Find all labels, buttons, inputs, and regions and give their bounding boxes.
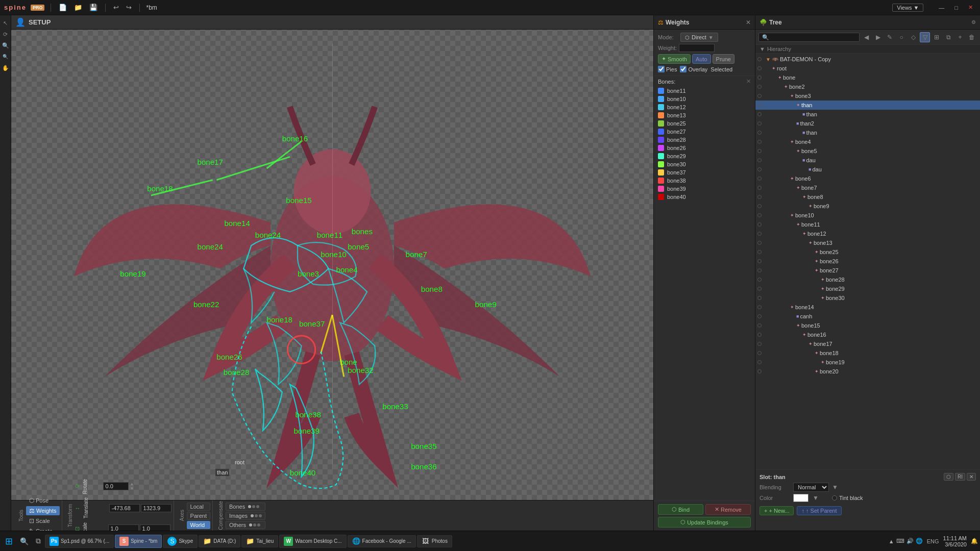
tree-item[interactable]: ■ than (755, 128, 980, 137)
scale-button[interactable]: ⊡ Scale (26, 516, 60, 525)
bone-list-item[interactable]: bone27 (654, 128, 755, 136)
images-button[interactable]: Images (226, 512, 265, 520)
bone-list-item[interactable]: bone12 (654, 103, 755, 111)
weights-button[interactable]: ⚖ Weights (26, 506, 60, 515)
tree-item[interactable]: ✦ bone2 (755, 82, 980, 91)
tree-item[interactable]: ■ dau (755, 165, 980, 174)
color-swatch[interactable] (793, 494, 808, 502)
tree-item[interactable]: ✦ bone13 (755, 238, 980, 247)
tree-item[interactable]: ■ than2 (755, 119, 980, 128)
set-parent-button[interactable]: ↑ ↑ Set Parent (797, 506, 841, 515)
taskbar-search-icon[interactable]: 🔍 (17, 536, 32, 546)
save-icon[interactable]: 💾 (88, 3, 99, 12)
bone-list-item[interactable]: bone25 (654, 119, 755, 128)
tree-item[interactable]: ✦ bone6 (755, 174, 980, 183)
tree-item[interactable]: ✦ bone26 (755, 257, 980, 266)
tree-item[interactable]: ✦ than (755, 101, 980, 110)
zoom-in-icon[interactable]: 🔍 (1, 41, 10, 50)
tree-item[interactable]: ✦ bone12 (755, 229, 980, 238)
tree-copy-icon[interactable]: ⧉ (943, 32, 953, 42)
world-button[interactable]: World (187, 521, 210, 529)
tree-item[interactable]: ■ dau (755, 156, 980, 165)
tree-item[interactable]: ✦ bone8 (755, 192, 980, 202)
taskbar-item-facebook[interactable]: 🌐 Facebook - Google ... (348, 535, 416, 547)
taskbar-item-skype[interactable]: S Skype (163, 535, 198, 548)
tree-item[interactable]: ✦ bone10 (755, 211, 980, 220)
tree-item[interactable]: ✦ bone14 (755, 303, 980, 312)
volume-icon[interactable]: 🔊 (906, 538, 914, 544)
scale-y-input[interactable] (140, 524, 170, 531)
task-view-icon[interactable]: ⧉ (33, 536, 44, 546)
taskbar-item-wacom[interactable]: W Wacom Desktop C... (279, 535, 346, 548)
weights-panel-close[interactable]: ✕ (746, 19, 751, 26)
bones-compensate-button[interactable]: Bones (226, 503, 265, 511)
tree-diamond-icon[interactable]: ◇ (908, 32, 918, 42)
others-button[interactable]: Others (226, 521, 265, 529)
views-button[interactable]: Views ▼ (892, 4, 923, 12)
bone-list-item[interactable]: bone11 (654, 87, 755, 95)
slot-action-2[interactable]: RI (955, 473, 965, 481)
tree-search-input[interactable] (758, 33, 860, 42)
tree-item[interactable]: ✦ bone (755, 73, 980, 82)
rotate-tool-icon[interactable]: ⟳ (1, 30, 10, 39)
blending-select[interactable]: Normal Additive Multiply Screen (793, 483, 829, 492)
auto-button[interactable]: Auto (692, 54, 711, 64)
tree-item[interactable]: ✦ bone9 (755, 202, 980, 211)
tree-item[interactable]: ✦ bone28 (755, 275, 980, 284)
remove-button[interactable]: ✕ Remove (705, 504, 751, 515)
tree-item[interactable]: ✦ bone16 (755, 330, 980, 339)
rotate-input[interactable] (103, 482, 129, 490)
maximize-button[interactable]: □ (951, 4, 961, 11)
tree-item[interactable]: ✦ bone3 (755, 91, 980, 101)
create-button[interactable]: ✎ Create (26, 527, 60, 531)
close-button[interactable]: ✕ (965, 4, 976, 11)
overlay-checkbox[interactable] (680, 66, 687, 72)
bone-list-item[interactable]: bone13 (654, 111, 755, 119)
tree-item[interactable]: ✦ bone25 (755, 247, 980, 257)
slot-action-1[interactable]: ⬡ (944, 473, 953, 481)
smooth-button[interactable]: ✦ Smooth (658, 54, 691, 64)
taskbar-item-tailieu[interactable]: 📁 Tai_lieu (241, 535, 278, 547)
tree-item[interactable]: ✦ bone15 (755, 321, 980, 330)
tree-item[interactable]: ✦ root (755, 64, 980, 73)
new-file-icon[interactable]: 📄 (57, 3, 68, 12)
tree-item[interactable]: ✦ bone18 (755, 348, 980, 358)
bone-list-item[interactable]: bone28 (654, 136, 755, 144)
scale-x-input[interactable] (108, 524, 139, 531)
tree-item[interactable]: ✦ bone17 (755, 339, 980, 348)
undo-icon[interactable]: ↩ (112, 3, 120, 12)
tree-item[interactable]: ✦ bone5 (755, 146, 980, 156)
notification-icon[interactable]: 🔔 (971, 538, 978, 544)
parent-button[interactable]: Parent (187, 512, 210, 520)
minimize-button[interactable]: — (936, 4, 947, 11)
taskbar-item-data[interactable]: 📁 DATA (D:) (199, 535, 240, 547)
tree-item[interactable]: ✦ bone11 (755, 220, 980, 229)
tree-grid-icon[interactable]: ⊞ (932, 32, 942, 42)
bone-list-item[interactable]: bone30 (654, 160, 755, 168)
tree-circle-icon[interactable]: ○ (896, 32, 906, 42)
network-icon[interactable]: 🌐 (916, 538, 923, 544)
pose-button[interactable]: ⬡ Pose (26, 496, 60, 505)
bone-list-item[interactable]: bone39 (654, 185, 755, 193)
taskbar-item-ps[interactable]: Ps Sp1.psd @ 66.7% (... (45, 535, 114, 548)
up-arrow-icon[interactable]: ▲ (889, 538, 894, 544)
tree-edit-icon[interactable]: ✎ (885, 32, 895, 42)
slot-action-close[interactable]: ✕ (967, 473, 976, 481)
viewport-canvas[interactable]: bone17 bone16 bone18 bone14 bone15 bone1… (11, 30, 653, 500)
bone-list-item[interactable]: bone38 (654, 177, 755, 185)
tree-item[interactable]: ■ canh (755, 312, 980, 321)
tree-item[interactable]: ✦ bone27 (755, 266, 980, 275)
tree-item[interactable]: ✦ bone20 (755, 367, 980, 376)
tree-item[interactable]: ✦ bone4 (755, 137, 980, 146)
taskbar-item-spine[interactable]: S Spine - *bm (115, 535, 162, 548)
tree-item[interactable]: ■ than (755, 110, 980, 119)
weight-input[interactable] (679, 44, 715, 52)
tree-filter-icon[interactable]: ▽ (920, 32, 930, 42)
redo-icon[interactable]: ↪ (125, 3, 133, 12)
pies-checkbox[interactable] (658, 66, 665, 72)
prune-button[interactable]: Prune (713, 54, 734, 64)
local-button[interactable]: Local (187, 503, 210, 511)
bone-list-item[interactable]: bone26 (654, 144, 755, 152)
bone-list-item[interactable]: bone10 (654, 95, 755, 103)
tree-item[interactable]: ✦ bone29 (755, 284, 980, 293)
